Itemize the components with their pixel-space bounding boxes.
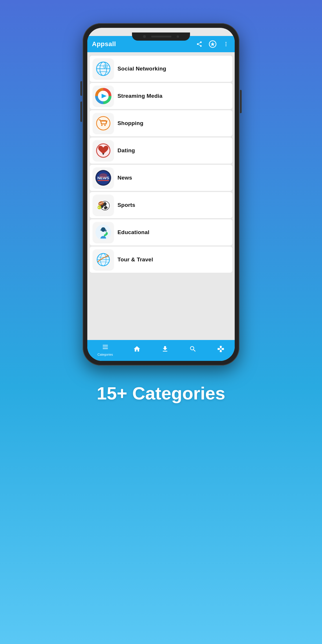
categories-nav-label: Categories [97, 353, 113, 356]
svg-rect-27 [98, 180, 109, 181]
list-item[interactable]: Sports [90, 192, 232, 218]
phone-screen: Appsall [87, 28, 235, 361]
front-camera [143, 35, 146, 38]
educational-icon [93, 222, 113, 243]
list-item[interactable]: Tour & Travel [90, 247, 232, 273]
nav-item-search[interactable] [189, 345, 197, 354]
list-item[interactable]: Social Networking [90, 56, 232, 82]
educational-label: Educational [117, 229, 149, 236]
promo-text: 15+ Categories [97, 383, 225, 404]
list-item[interactable]: Dating [90, 138, 232, 164]
news-label: News [117, 175, 132, 181]
list-item[interactable]: NEWS News [90, 165, 232, 191]
category-list: Social Networking [87, 52, 235, 340]
phone-device: Appsall [83, 23, 239, 366]
vol-up-button [80, 81, 82, 96]
star-icon[interactable] [209, 40, 217, 48]
shopping-icon [93, 113, 113, 133]
search-icon [189, 345, 197, 354]
vol-down-button [80, 102, 82, 122]
home-icon [133, 345, 141, 354]
svg-point-2 [225, 42, 226, 43]
list-item[interactable]: Shopping [90, 110, 232, 136]
svg-point-18 [101, 124, 103, 126]
svg-rect-48 [103, 348, 108, 349]
svg-rect-40 [106, 230, 106, 232]
dating-icon [93, 140, 113, 161]
list-item[interactable]: Educational [90, 219, 232, 245]
app-bar-icons [195, 40, 230, 48]
more-vertical-icon[interactable] [222, 40, 230, 48]
svg-rect-46 [103, 345, 108, 345]
sensor [177, 35, 179, 38]
svg-point-19 [104, 124, 106, 126]
social-networking-label: Social Networking [117, 66, 166, 72]
power-button [240, 90, 242, 113]
speaker [151, 36, 171, 37]
list-item[interactable]: Streaming Media [90, 83, 232, 109]
gamepad-icon [217, 345, 225, 354]
svg-rect-47 [103, 347, 108, 347]
svg-marker-1 [211, 42, 215, 46]
nav-item-games[interactable] [217, 345, 225, 354]
screen-content: Appsall [87, 28, 235, 361]
menu-icon [102, 343, 109, 352]
top-bezel [132, 32, 190, 41]
dating-label: Dating [117, 147, 135, 154]
nav-item-download[interactable] [161, 345, 169, 354]
svg-point-4 [225, 45, 226, 46]
share-icon[interactable] [195, 40, 203, 48]
tour-travel-icon [93, 249, 113, 270]
social-networking-icon [93, 59, 113, 79]
streaming-media-icon [93, 86, 113, 106]
shopping-label: Shopping [117, 120, 143, 126]
nav-item-home[interactable] [133, 345, 141, 354]
svg-point-28 [99, 173, 107, 178]
nav-item-categories[interactable]: Categories [97, 343, 113, 356]
svg-point-16 [95, 115, 111, 131]
sports-label: Sports [117, 202, 135, 208]
bottom-nav: Categories [87, 340, 235, 361]
download-icon [161, 345, 169, 354]
tour-travel-label: Tour & Travel [117, 256, 153, 263]
news-icon: NEWS [93, 168, 113, 188]
app-title: Appsall [92, 40, 192, 48]
svg-point-3 [225, 44, 226, 44]
streaming-media-label: Streaming Media [117, 93, 162, 99]
sports-icon [93, 195, 113, 215]
